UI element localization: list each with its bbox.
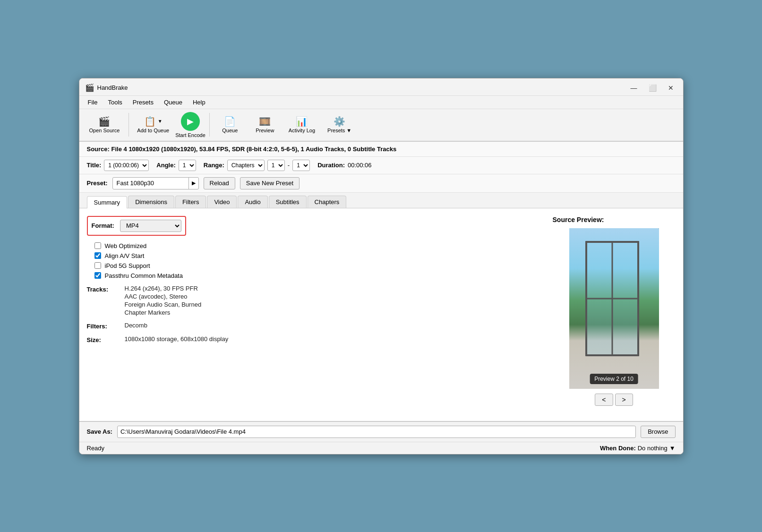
tab-video[interactable]: Video: [207, 196, 237, 208]
title-select[interactable]: 1 (00:00:06): [104, 160, 149, 171]
when-done-control[interactable]: When Done: Do nothing ▼: [600, 445, 676, 452]
reload-button[interactable]: Reload: [204, 177, 235, 189]
track-2: AAC (avcodec), Stereo: [125, 293, 202, 300]
tracks-label: Tracks:: [87, 285, 125, 316]
menu-help[interactable]: Help: [188, 97, 210, 108]
range-meta-label: Range:: [204, 162, 224, 169]
source-preview-label: Source Preview:: [553, 216, 604, 223]
filters-value: Decomb: [125, 322, 147, 329]
align-av-row: Align A/V Start: [94, 252, 543, 259]
save-as-input[interactable]: [117, 426, 636, 438]
activity-log-label: Activity Log: [289, 128, 315, 133]
open-source-icon: 🎬: [98, 117, 110, 126]
add-queue-icon: 📋: [144, 117, 156, 126]
tab-dimensions[interactable]: Dimensions: [128, 196, 174, 208]
add-queue-arrow: ▼: [158, 119, 163, 124]
angle-meta: Angle: 1: [156, 160, 196, 171]
start-encode-button[interactable]: ▶: [181, 112, 200, 131]
duration-value: 00:00:06: [348, 162, 372, 169]
web-optimized-checkbox[interactable]: [94, 242, 101, 249]
source-label: Source:: [87, 146, 110, 153]
web-optimized-label: Web Optimized: [105, 242, 147, 249]
tab-summary[interactable]: Summary: [87, 196, 128, 208]
tabs-bar: Summary Dimensions Filters Video Audio S…: [79, 193, 683, 208]
menu-bar: File Tools Presets Queue Help: [79, 96, 683, 109]
format-select[interactable]: MP4 MKV WebM: [120, 220, 181, 232]
presets-toolbar-label: Presets ▼: [327, 128, 351, 133]
add-queue-inner: 📋 ▼: [144, 117, 163, 126]
size-section: Size: 1080x1080 storage, 608x1080 displa…: [87, 335, 543, 343]
preset-label: Preset:: [87, 180, 108, 187]
start-encode-wrap: ▶ Start Encode: [175, 112, 205, 138]
preview-button[interactable]: 🎞️ Preview: [248, 114, 282, 136]
minimize-button[interactable]: —: [627, 82, 641, 94]
tab-audio[interactable]: Audio: [238, 196, 267, 208]
passthru-label: Passthru Common Metadata: [105, 272, 183, 279]
title-meta: Title: 1 (00:00:06): [87, 160, 149, 171]
app-icon: 🎬: [85, 83, 94, 92]
browse-button[interactable]: Browse: [641, 426, 675, 438]
window-horizontal-bar: [587, 298, 637, 300]
preset-value: Fast 1080p30: [113, 179, 188, 188]
duration-meta-label: Duration:: [317, 162, 345, 169]
preview-badge: Preview 2 of 10: [590, 374, 638, 384]
tracks-values: H.264 (x264), 30 FPS PFR AAC (avcodec), …: [125, 285, 202, 316]
when-done-value: Do nothing: [638, 445, 668, 452]
ipod-label: iPod 5G Support: [105, 262, 150, 269]
menu-queue[interactable]: Queue: [159, 97, 187, 108]
ipod-checkbox[interactable]: [94, 262, 101, 269]
save-as-bar: Save As: Browse: [79, 421, 683, 442]
menu-file[interactable]: File: [83, 97, 103, 108]
when-done-arrow: ▼: [669, 445, 676, 452]
tab-chapters[interactable]: Chapters: [308, 196, 347, 208]
preview-visual: [569, 228, 659, 389]
preset-dropdown-arrow[interactable]: ▶: [188, 178, 198, 189]
filters-values: Decomb: [125, 322, 147, 330]
menu-tools[interactable]: Tools: [103, 97, 127, 108]
preset-select-wrap[interactable]: Fast 1080p30 ▶: [112, 177, 199, 189]
size-label: Size:: [87, 335, 125, 343]
tab-filters[interactable]: Filters: [175, 196, 206, 208]
ready-status: Ready: [87, 445, 105, 452]
tab-subtitles[interactable]: Subtitles: [269, 196, 307, 208]
preview-navigation: < >: [595, 394, 633, 406]
activity-log-button[interactable]: 📊 Activity Log: [283, 114, 320, 136]
maximize-button[interactable]: ⬜: [645, 82, 660, 94]
window-title: HandBrake: [97, 84, 128, 91]
passthru-checkbox[interactable]: [94, 272, 101, 279]
preview-prev-button[interactable]: <: [595, 394, 613, 406]
add-to-queue-label: Add to Queue: [137, 128, 169, 133]
presets-toolbar-button[interactable]: ⚙️ Presets ▼: [322, 114, 357, 136]
filters-section: Filters: Decomb: [87, 322, 543, 330]
start-encode-label: Start Encode: [175, 132, 205, 138]
duration-meta: Duration: 00:00:06: [317, 162, 371, 169]
format-row: Format: MP4 MKV WebM: [87, 216, 186, 236]
preview-next-button[interactable]: >: [615, 394, 633, 406]
close-button[interactable]: ✕: [664, 82, 677, 94]
range-from-select[interactable]: 1: [267, 160, 285, 171]
add-to-queue-button[interactable]: 📋 ▼ Add to Queue: [133, 114, 173, 136]
menu-presets[interactable]: Presets: [128, 97, 158, 108]
range-type-select[interactable]: Chapters: [227, 160, 265, 171]
application-window: 🎬 HandBrake — ⬜ ✕ File Tools Presets Que…: [79, 78, 684, 455]
size-values: 1080x1080 storage, 608x1080 display: [125, 335, 229, 343]
source-bar: Source: File 4 1080x1920 (1080x1920), 53…: [79, 142, 683, 157]
track-4: Chapter Markers: [125, 309, 202, 316]
open-source-button[interactable]: 🎬 Open Source: [84, 114, 125, 136]
title-bar-left: 🎬 HandBrake: [85, 83, 128, 92]
ipod-row: iPod 5G Support: [94, 262, 543, 269]
title-meta-label: Title:: [87, 162, 102, 169]
queue-button[interactable]: 📄 Queue: [214, 114, 247, 136]
toolbar-separator-1: [128, 113, 129, 137]
save-new-preset-button[interactable]: Save New Preset: [240, 177, 300, 189]
angle-select[interactable]: 1: [179, 160, 196, 171]
toolbar: 🎬 Open Source 📋 ▼ Add to Queue ▶ Start E…: [79, 109, 683, 142]
range-to-select[interactable]: 1: [292, 160, 310, 171]
main-content: Format: MP4 MKV WebM Web Optimized Align…: [79, 208, 683, 421]
preview-icon: 🎞️: [259, 117, 271, 126]
track-1: H.264 (x264), 30 FPS PFR: [125, 285, 202, 292]
passthru-row: Passthru Common Metadata: [94, 272, 543, 279]
align-av-checkbox[interactable]: [94, 252, 101, 259]
when-done-label: When Done:: [600, 445, 636, 452]
open-source-label: Open Source: [89, 128, 120, 133]
